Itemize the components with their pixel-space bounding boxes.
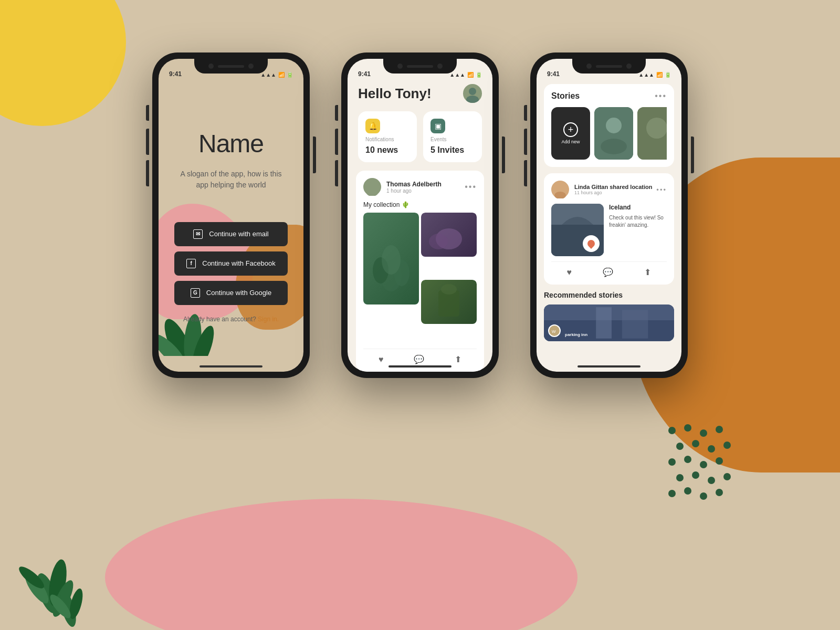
recommended-thumb[interactable]: W parking inn (544, 304, 674, 341)
signin-text: Already have an account? Sign in. (183, 316, 279, 323)
user-avatar[interactable] (463, 84, 482, 103)
app-name: Name (198, 129, 264, 158)
bg-dots (662, 420, 766, 578)
side-button-1 (524, 105, 527, 121)
post3-time: 11 hours ago (574, 190, 656, 195)
post3-avatar (551, 181, 569, 198)
notifications-value: 10 news (365, 145, 410, 155)
add-icon: + (563, 122, 578, 137)
comment-button[interactable]: 💬 (414, 354, 424, 364)
svg-point-3 (716, 426, 723, 433)
app-slogan: A slogan of the app, how is this app hel… (174, 169, 288, 191)
phone2-status-icons: ▲▲▲ 📶 🔋 (449, 72, 482, 78)
svg-point-48 (646, 118, 667, 139)
photo-cell-2 (421, 213, 477, 278)
facebook-button[interactable]: f Continue with Facebook (174, 251, 288, 276)
stories-section: Stories ••• + Add new JacobThomas (544, 84, 674, 167)
share-button[interactable]: ⬆ (455, 354, 461, 364)
email-button[interactable]: ✉ Continue with email (174, 222, 288, 246)
phone2-screen: 9:41 ▲▲▲ 📶 🔋 Hello Tony! (348, 59, 492, 372)
svg-rect-57 (622, 310, 648, 339)
svg-point-12 (676, 474, 684, 481)
svg-point-1 (684, 424, 691, 432)
svg-point-7 (723, 442, 731, 449)
phone1-status-icons: ▲▲▲ 📶 🔋 (260, 72, 293, 78)
svg-point-51 (554, 192, 566, 198)
signal-icon: ▲▲▲ (638, 72, 654, 78)
stories-menu-button[interactable]: ••• (655, 91, 667, 101)
battery-icon: 🔋 (665, 72, 671, 78)
photo-cell-1 (363, 213, 419, 344)
phone3-time: 9:41 (547, 70, 560, 78)
side-button-3 (146, 160, 149, 186)
post-avatar (363, 178, 381, 196)
phone3-status-icons: ▲▲▲ 📶 🔋 (638, 72, 671, 78)
google-button[interactable]: G Continue with Google (174, 281, 288, 305)
bottom-left-plant (42, 567, 94, 630)
location-post-card: Linda Gittan shared location 11 hours ag… (544, 173, 674, 285)
post3-menu-button[interactable]: ••• (656, 186, 667, 194)
phone-feed: 9:41 ▲▲▲ 📶 🔋 Hello Tony! (341, 52, 499, 378)
svg-point-4 (676, 443, 684, 450)
auth-buttons: ✉ Continue with email f Continue with Fa… (174, 222, 288, 305)
like-button[interactable]: ♥ (379, 354, 384, 364)
greeting-text: Hello Tony! (358, 86, 432, 102)
svg-point-13 (692, 471, 699, 479)
add-story-thumb[interactable]: + Add new (551, 107, 590, 160)
phone-login: 9:41 ▲▲▲ 📶 🔋 Name A slogan of the app, h… (152, 52, 310, 378)
side-button-power (691, 136, 694, 173)
post3-comment-button[interactable]: 💬 (603, 267, 613, 277)
post-actions: ♥ 💬 ⬆ (363, 349, 477, 364)
svg-point-50 (557, 184, 563, 191)
side-button-1 (146, 105, 149, 121)
phone-stories: 9:41 ▲▲▲ 📶 🔋 Stories ••• (530, 52, 688, 378)
wifi-icon: 📶 (278, 72, 285, 78)
notifications-card[interactable]: 🔔 Notifications 10 news (358, 111, 417, 162)
location-pin-overlay (583, 235, 600, 252)
svg-point-45 (606, 118, 622, 133)
post-header: Thomas Adelberth 1 hour ago ••• (363, 178, 477, 196)
svg-point-8 (668, 458, 676, 466)
svg-point-2 (700, 429, 707, 437)
side-button-2 (524, 129, 527, 155)
events-label: Events (430, 136, 475, 142)
side-button-1 (335, 105, 338, 121)
events-card[interactable]: ▣ Events 5 Invites (423, 111, 482, 162)
location-pin-icon (586, 238, 596, 249)
post3-share-button[interactable]: ⬆ (644, 267, 651, 277)
svg-point-14 (708, 477, 715, 484)
bg-pink-bottom (105, 499, 578, 630)
wifi-icon: 📶 (656, 72, 663, 78)
phone2-header: Hello Tony! (348, 80, 492, 111)
side-button-3 (524, 160, 527, 186)
phone1-screen: 9:41 ▲▲▲ 📶 🔋 Name A slogan of the app, h… (159, 59, 303, 372)
story-geo[interactable]: EGeo... (637, 107, 667, 160)
post-menu-button[interactable]: ••• (465, 182, 477, 192)
signin-link[interactable]: Sign in. (258, 316, 279, 323)
add-story-label: Add new (561, 139, 580, 144)
post-author-name: Thomas Adelberth (386, 181, 465, 188)
photo-grid (363, 213, 477, 344)
side-button-2 (335, 129, 338, 155)
phone1-time: 9:41 (169, 70, 182, 78)
facebook-icon: f (186, 259, 196, 268)
side-button-power (313, 136, 316, 173)
post3-image (551, 204, 604, 256)
svg-point-17 (684, 487, 691, 495)
phone3-screen: 9:41 ▲▲▲ 📶 🔋 Stories ••• (537, 59, 681, 372)
google-icon: G (191, 288, 200, 298)
post3-like-button[interactable]: ♥ (567, 267, 572, 277)
battery-icon: 🔋 (476, 72, 482, 78)
stories-header: Stories ••• (551, 91, 667, 101)
phones-container: 9:41 ▲▲▲ 📶 🔋 Name A slogan of the app, h… (152, 52, 688, 378)
stories-title: Stories (551, 91, 580, 101)
post-author: Thomas Adelberth 1 hour ago (386, 181, 465, 194)
notch-camera (586, 64, 592, 69)
post3-location: Iceland (609, 204, 667, 211)
svg-point-41 (429, 234, 448, 249)
post3-content: Iceland Check out this view! So freakin'… (551, 204, 667, 256)
svg-point-35 (366, 189, 378, 196)
recommended-title: Recommended stories (544, 291, 674, 299)
post3-actions: ♥ 💬 ⬆ (551, 261, 667, 277)
story-jacob[interactable]: JacobThomas (594, 107, 633, 160)
